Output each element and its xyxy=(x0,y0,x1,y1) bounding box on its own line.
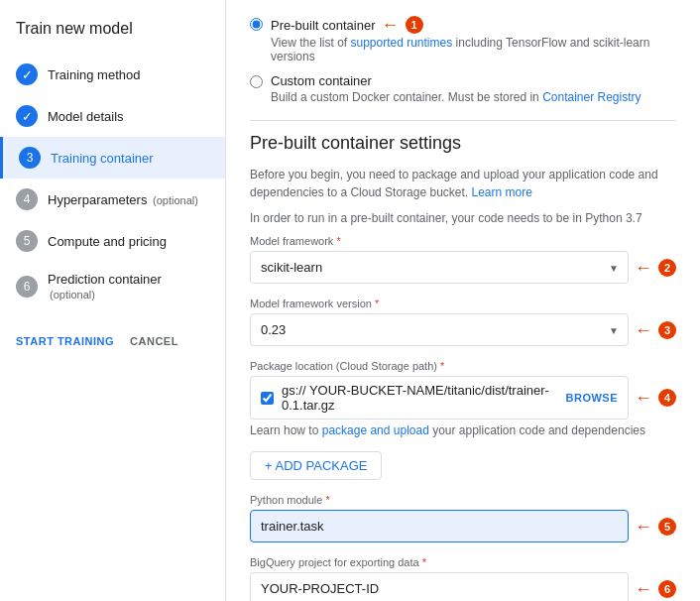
sidebar-item-label-3: Training container xyxy=(51,151,154,166)
sidebar-item-compute-pricing[interactable]: 5 Compute and pricing xyxy=(0,220,225,262)
check-icon-2 xyxy=(16,105,38,127)
package-info: Learn how to package and upload your app… xyxy=(250,423,676,437)
sidebar-item-training-method[interactable]: Training method xyxy=(0,54,225,95)
annotation-num-5: 5 xyxy=(658,518,676,536)
sidebar-title: Train new model xyxy=(0,12,225,54)
python-module-input[interactable]: trainer.task xyxy=(250,510,629,542)
sidebar-item-training-container[interactable]: 3 Training container xyxy=(0,137,225,179)
learn-more-link[interactable]: Learn more xyxy=(472,185,532,199)
num-icon-4: 4 xyxy=(16,188,38,210)
sidebar-item-model-details[interactable]: Model details xyxy=(0,95,225,137)
arrow-2: ← xyxy=(635,259,652,277)
divider-1 xyxy=(250,120,676,121)
info-text-2: In order to run in a pre-built container… xyxy=(250,209,676,227)
custom-container-option[interactable]: Custom container Build a custom Docker c… xyxy=(250,73,676,104)
bigquery-input[interactable]: YOUR-PROJECT-ID xyxy=(250,572,629,601)
arrow-1: ← xyxy=(382,16,400,34)
prebuilt-container-option[interactable]: Pre-built container ← 1 View the list of… xyxy=(250,16,676,63)
package-upload-link[interactable]: package and upload xyxy=(322,423,429,437)
start-training-button[interactable]: START TRAINING xyxy=(16,335,114,347)
package-path-text: gs:// YOUR-BUCKET-NAME/titanic/dist/trai… xyxy=(282,383,558,413)
annotation-num-4: 4 xyxy=(658,389,676,407)
sidebar: Train new model Training method Model de… xyxy=(0,0,226,601)
bigquery-project-field: BigQuery project for exporting data YOUR… xyxy=(250,556,676,601)
arrow-5: ← xyxy=(635,518,652,536)
framework-version-label: Model framework version xyxy=(250,298,676,309)
package-location-field: Package location (Cloud Storage path) gs… xyxy=(250,360,676,437)
model-framework-field: Model framework scikit-learn TensorFlow … xyxy=(250,235,676,284)
python-module-label: Python module xyxy=(250,494,676,506)
annotation-num-6: 6 xyxy=(658,580,676,598)
framework-label: Model framework xyxy=(250,235,676,247)
prebuilt-radio-label: Pre-built container xyxy=(271,18,376,33)
framework-version-select-wrapper: 0.23 0.22 0.20 xyxy=(250,313,629,346)
num-icon-3: 3 xyxy=(19,147,41,169)
num-icon-5: 5 xyxy=(16,230,38,252)
custom-radio-desc: Build a custom Docker container. Must be… xyxy=(271,90,642,104)
bigquery-label: BigQuery project for exporting data xyxy=(250,556,676,568)
add-package-button[interactable]: + ADD PACKAGE xyxy=(250,451,382,480)
sidebar-item-hyperparameters[interactable]: 4 Hyperparameters (optional) xyxy=(0,179,225,220)
framework-select-wrapper: scikit-learn TensorFlow XGBoost xyxy=(250,251,629,284)
check-icon-1 xyxy=(16,63,38,85)
sidebar-item-label-2: Model details xyxy=(48,109,124,124)
info-text-1: Before you begin, you need to package an… xyxy=(250,166,676,201)
arrow-3: ← xyxy=(635,321,652,339)
cancel-button[interactable]: CANCEL xyxy=(130,335,178,347)
custom-radio[interactable] xyxy=(250,75,263,88)
prebuilt-radio-desc: View the list of supported runtimes incl… xyxy=(271,36,676,63)
framework-select[interactable]: scikit-learn TensorFlow XGBoost xyxy=(250,251,629,284)
python-module-field: Python module trainer.task ← 5 xyxy=(250,494,676,542)
container-type-radio-group: Pre-built container ← 1 View the list of… xyxy=(250,16,676,104)
section-title: Pre-built container settings xyxy=(250,133,676,154)
prebuilt-radio[interactable] xyxy=(250,18,263,31)
num-icon-6: 6 xyxy=(16,276,38,298)
sidebar-item-label-5: Compute and pricing xyxy=(48,234,167,249)
sidebar-item-label-6: Prediction container (optional) xyxy=(48,272,209,301)
supported-runtimes-link[interactable]: supported runtimes xyxy=(350,36,452,50)
annotation-num-2: 2 xyxy=(658,259,676,277)
package-browse-button[interactable]: BROWSE xyxy=(566,392,619,404)
sidebar-item-label-4: Hyperparameters (optional) xyxy=(48,192,198,207)
package-row: gs:// YOUR-BUCKET-NAME/titanic/dist/trai… xyxy=(250,376,629,420)
package-checkbox[interactable] xyxy=(261,392,274,405)
annotation-num-3: 3 xyxy=(658,321,676,339)
custom-radio-label: Custom container xyxy=(271,73,372,88)
container-registry-link[interactable]: Container Registry xyxy=(542,90,641,104)
sidebar-item-prediction-container[interactable]: 6 Prediction container (optional) xyxy=(0,262,225,311)
framework-version-select[interactable]: 0.23 0.22 0.20 xyxy=(250,313,629,346)
annotation-num-1: 1 xyxy=(406,16,423,34)
package-location-label: Package location (Cloud Storage path) xyxy=(250,360,676,372)
sidebar-actions: START TRAINING CANCEL xyxy=(0,319,225,363)
arrow-6: ← xyxy=(635,580,652,598)
main-content: Pre-built container ← 1 View the list of… xyxy=(226,0,700,601)
framework-version-field: Model framework version 0.23 0.22 0.20 ←… xyxy=(250,298,676,346)
arrow-4: ← xyxy=(635,389,652,407)
sidebar-item-label-1: Training method xyxy=(48,67,140,82)
